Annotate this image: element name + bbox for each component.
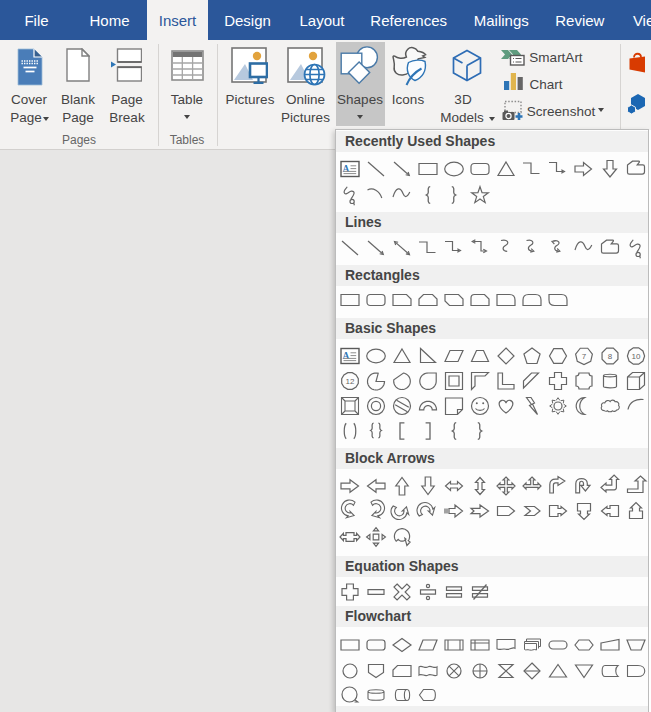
svg-text:12: 12 (345, 376, 354, 385)
svg-text:7: 7 (582, 351, 587, 360)
svg-text:10: 10 (632, 351, 641, 360)
svg-text:8: 8 (608, 351, 613, 360)
svg-text:A: A (342, 350, 349, 360)
svg-text:A: A (342, 163, 349, 173)
